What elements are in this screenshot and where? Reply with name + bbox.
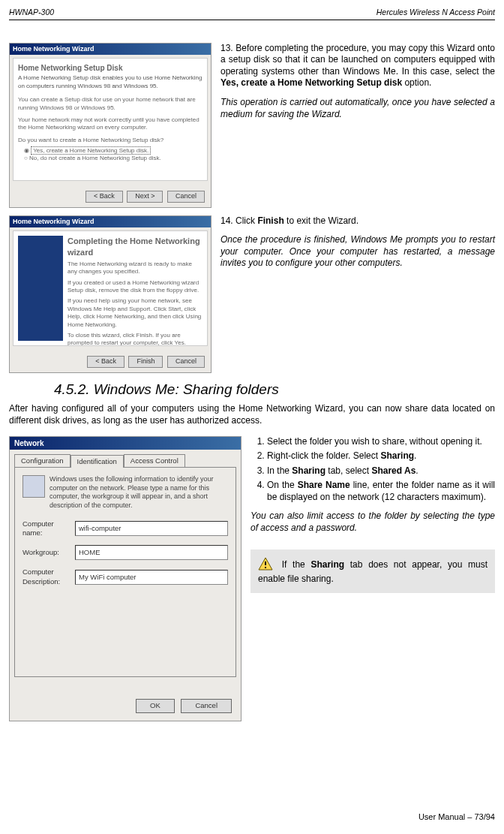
page-header: HWNAP-300 Hercules Wireless N Access Poi… bbox=[9, 8, 495, 20]
cancel-button[interactable]: Cancel bbox=[181, 699, 232, 712]
wizard-screenshot-finish: Home Networking Wizard Completing the Ho… bbox=[9, 215, 212, 373]
step-number: 13. bbox=[220, 43, 233, 53]
network-title: Network bbox=[10, 437, 241, 450]
step-bold: Yes, create a Home Networking Setup disk bbox=[220, 77, 402, 88]
wizard-body: Completing the Home Networking wizard Th… bbox=[13, 230, 208, 346]
network-description: Windows uses the following information t… bbox=[50, 475, 228, 510]
svg-rect-2 bbox=[265, 567, 266, 568]
label-computer-name: Computer name: bbox=[22, 519, 75, 538]
steps-note: You can also limit access to the folder … bbox=[250, 510, 495, 534]
step-text-2: to exit the Wizard. bbox=[284, 215, 358, 226]
svg-rect-1 bbox=[265, 562, 266, 565]
radio-icon: ○ bbox=[24, 155, 29, 161]
step-text: Before completing the procedure, you may… bbox=[220, 43, 495, 77]
section-step-13: Home Networking Wizard Home Networking S… bbox=[9, 43, 495, 208]
input-description[interactable]: My WiFi computer bbox=[75, 570, 228, 585]
wizard-heading: Completing the Home Networking wizard bbox=[68, 236, 202, 257]
wizard-option-2: No, do not create a Home Networking Setu… bbox=[29, 155, 161, 161]
network-panel: Windows uses the following information t… bbox=[14, 467, 236, 677]
wizard-titlebar: Home Networking Wizard bbox=[10, 44, 211, 56]
wizard-screenshot-setup-disk: Home Networking Wizard Home Networking S… bbox=[9, 43, 212, 208]
label-workgroup: Workgroup: bbox=[22, 548, 75, 557]
wizard-sub: A Home Networking Setup disk enables you… bbox=[18, 74, 202, 90]
tab-identification[interactable]: Identification bbox=[70, 455, 124, 468]
step-text-1: Click bbox=[236, 215, 257, 226]
wizard-option-1: Yes, create a Home Networking Setup disk… bbox=[31, 146, 151, 155]
section-sharing-folders: Network ConfigurationIdentificationAcces… bbox=[9, 436, 495, 721]
section-step-14: Home Networking Wizard Completing the Ho… bbox=[9, 215, 495, 373]
wizard-body: Home Networking Setup Disk A Home Networ… bbox=[13, 58, 208, 181]
step-2: Right-click the folder. Select Sharing. bbox=[267, 450, 495, 462]
wizard-text-4: To close this wizard, click Finish. If y… bbox=[68, 332, 202, 346]
page-footer: User Manual – 73/94 bbox=[9, 811, 495, 822]
input-computer-name[interactable]: wifi-computer bbox=[75, 521, 228, 536]
step-1: Select the folder you wish to share, wit… bbox=[267, 436, 495, 448]
warning-box: If the Sharing tab does not appear, you … bbox=[250, 549, 495, 593]
field-workgroup: Workgroup: HOME bbox=[22, 545, 228, 560]
step-number: 14. bbox=[220, 215, 233, 226]
cancel-button[interactable]: Cancel bbox=[167, 356, 205, 368]
instruction-text-13: 13. Before completing the procedure, you… bbox=[220, 43, 495, 208]
step-text-end: option. bbox=[402, 77, 431, 88]
network-tabs: ConfigurationIdentificationAccess Contro… bbox=[14, 454, 236, 467]
warn-text-1: If the bbox=[276, 559, 310, 570]
step-note: Once the procedure is finished, Windows … bbox=[220, 234, 495, 269]
network-buttons: OK Cancel bbox=[131, 699, 232, 712]
warning-icon bbox=[258, 557, 273, 574]
tab-access-control[interactable]: Access Control bbox=[124, 454, 185, 467]
wizard-titlebar: Home Networking Wizard bbox=[10, 216, 211, 228]
wizard-text-3: If you need help using your home network… bbox=[68, 297, 202, 329]
finish-button[interactable]: Finish bbox=[128, 356, 163, 368]
ok-button[interactable]: OK bbox=[136, 699, 175, 712]
wizard-buttons: < Back Next > Cancel bbox=[83, 191, 205, 203]
back-button[interactable]: < Back bbox=[86, 191, 123, 203]
step-bold: Finish bbox=[257, 215, 284, 226]
input-workgroup[interactable]: HOME bbox=[75, 545, 228, 560]
wizard-text-1: You can create a Setup disk for use on y… bbox=[18, 96, 202, 112]
wizard-text-2: Your home network may not work correctly… bbox=[18, 116, 202, 132]
step-4: On the Share Name line, enter the folder… bbox=[267, 480, 495, 503]
cancel-button[interactable]: Cancel bbox=[167, 191, 205, 203]
next-button[interactable]: Next > bbox=[127, 191, 163, 203]
section-intro: After having configured all of your comp… bbox=[9, 403, 495, 426]
wizard-question: Do you want to create a Home Networking … bbox=[18, 137, 202, 144]
step-note: This operation is carried out automatica… bbox=[220, 97, 495, 120]
step-3: In the Sharing tab, select Shared As. bbox=[267, 465, 495, 477]
header-left: HWNAP-300 bbox=[9, 8, 54, 18]
wizard-sidebar-graphic bbox=[18, 236, 63, 341]
warn-bold: Sharing bbox=[310, 559, 344, 570]
wizard-text-2: If you created or used a Home Networking… bbox=[68, 279, 202, 295]
instruction-steps: Select the folder you wish to share, wit… bbox=[250, 436, 495, 593]
wizard-buttons: < Back Finish Cancel bbox=[85, 356, 205, 368]
wizard-heading: Home Networking Setup Disk bbox=[18, 63, 202, 73]
wizard-text-1: The Home Networking wizard is ready to m… bbox=[68, 260, 202, 276]
section-heading: 4.5.2. Windows Me: Sharing folders bbox=[54, 381, 495, 399]
network-dialog-screenshot: Network ConfigurationIdentificationAcces… bbox=[9, 436, 242, 721]
field-description: Computer Description: My WiFi computer bbox=[22, 568, 228, 586]
label-description: Computer Description: bbox=[22, 568, 75, 586]
field-computer-name: Computer name: wifi-computer bbox=[22, 519, 228, 538]
tab-configuration[interactable]: Configuration bbox=[14, 454, 70, 467]
back-button[interactable]: < Back bbox=[87, 356, 124, 368]
instruction-text-14: 14. Click Finish to exit the Wizard. Onc… bbox=[220, 215, 495, 373]
computer-icon bbox=[22, 475, 45, 498]
header-right: Hercules Wireless N Access Point bbox=[376, 8, 495, 18]
radio-icon: ◉ bbox=[24, 147, 31, 154]
